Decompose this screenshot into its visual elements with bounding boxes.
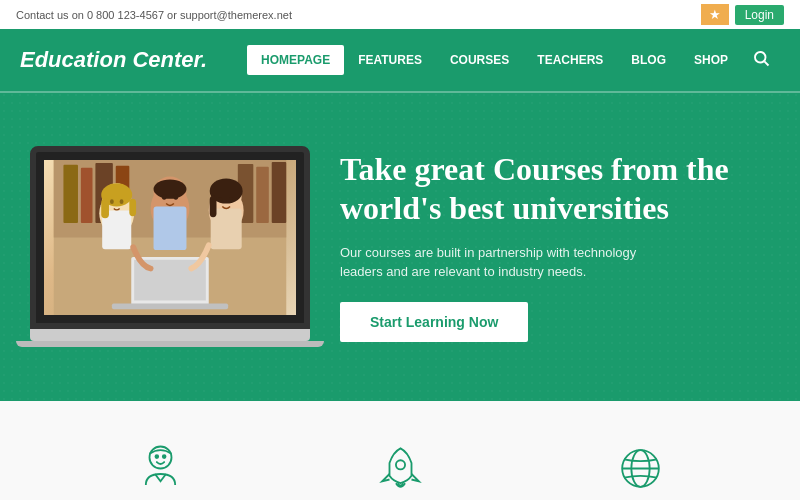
feature-icon-person [133, 441, 188, 500]
login-button[interactable]: Login [735, 5, 784, 25]
svg-point-0 [755, 52, 766, 63]
laptop-bottom [16, 341, 324, 347]
feature-item-3: Earn certificates recognized by Industry [520, 431, 760, 500]
svg-rect-5 [81, 167, 93, 222]
hero-section: Take great Courses from the world's best… [0, 91, 800, 401]
svg-point-38 [395, 460, 404, 469]
laptop-base [30, 329, 310, 341]
feature-icon-globe [613, 441, 668, 500]
svg-point-24 [173, 193, 178, 199]
laptop [30, 146, 310, 347]
laptop-image [30, 146, 310, 347]
feature-item-1: Take computer science courses with perso… [40, 431, 280, 500]
cta-button[interactable]: Start Learning Now [340, 302, 528, 342]
navigation: HOMEPAGE FEATURES COURSES TEACHERS BLOG … [247, 41, 780, 79]
svg-point-30 [218, 197, 222, 202]
svg-rect-16 [129, 198, 136, 215]
svg-point-22 [154, 179, 187, 198]
nav-shop[interactable]: SHOP [680, 45, 742, 75]
svg-rect-21 [154, 206, 187, 250]
top-bar: Contact us on 0 800 123-4567 or support@… [0, 0, 800, 29]
svg-rect-15 [101, 198, 109, 217]
nav-features[interactable]: FEATURES [344, 45, 436, 75]
nav-blog[interactable]: BLOG [617, 45, 680, 75]
svg-point-23 [162, 193, 167, 199]
svg-rect-34 [112, 303, 228, 309]
nav-teachers[interactable]: TEACHERS [523, 45, 617, 75]
svg-point-17 [110, 199, 114, 204]
svg-rect-9 [256, 166, 269, 222]
star-button[interactable]: ★ [701, 4, 729, 25]
svg-point-31 [229, 197, 233, 202]
nav-homepage[interactable]: HOMEPAGE [247, 45, 344, 75]
laptop-display [44, 160, 296, 315]
hero-subtitle: Our courses are built in partnership wit… [340, 243, 680, 282]
svg-point-18 [120, 199, 124, 204]
feature-icon-rocket [373, 441, 428, 500]
svg-rect-4 [63, 164, 78, 222]
logo: Education Center. [20, 47, 207, 73]
feature-item-2: Build cool projects to showcase your ski… [280, 431, 520, 500]
features-section: Take computer science courses with perso… [0, 401, 800, 500]
top-bar-actions: ★ Login [701, 4, 784, 25]
header: Education Center. HOMEPAGE FEATURES COUR… [0, 29, 800, 91]
svg-point-37 [162, 455, 165, 458]
hero-title: Take great Courses from the world's best… [340, 150, 770, 227]
nav-courses[interactable]: COURSES [436, 45, 523, 75]
svg-point-36 [155, 455, 158, 458]
svg-line-1 [764, 61, 768, 65]
svg-rect-29 [210, 195, 217, 216]
svg-rect-10 [272, 161, 287, 222]
contact-info: Contact us on 0 800 123-4567 or support@… [16, 9, 292, 21]
search-icon[interactable] [742, 41, 780, 79]
hero-content: Take great Courses from the world's best… [340, 150, 770, 342]
laptop-screen [30, 146, 310, 329]
